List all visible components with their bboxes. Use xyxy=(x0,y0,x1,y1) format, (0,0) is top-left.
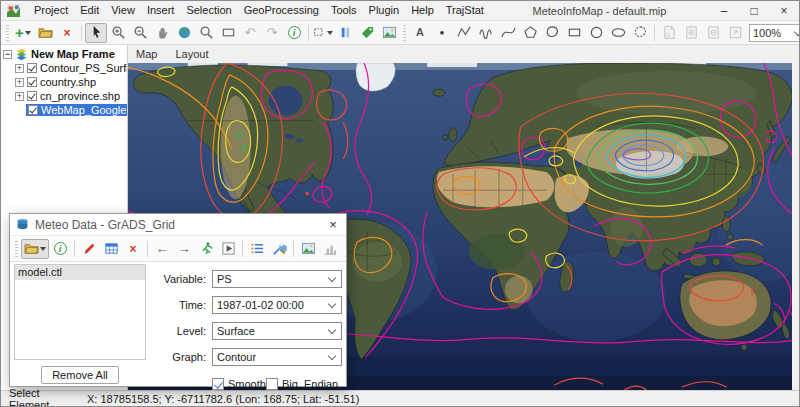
attribute-table-button[interactable] xyxy=(334,23,356,43)
polyline-draw-button[interactable] xyxy=(453,23,475,43)
point-draw-button[interactable]: ● xyxy=(431,23,453,43)
identify-button[interactable]: i xyxy=(283,23,305,43)
time-select[interactable]: 1987-01-02 00:00 xyxy=(212,296,342,314)
layer-checkbox[interactable] xyxy=(27,77,37,87)
layer-checkbox[interactable] xyxy=(27,91,37,101)
menu-trajstat[interactable]: TrajStat xyxy=(440,1,490,20)
circle-draw-button[interactable] xyxy=(585,23,607,43)
level-select[interactable]: Surface xyxy=(212,322,342,340)
maximize-button[interactable]: □ xyxy=(739,1,769,20)
doc-zoom-in-button-disabled[interactable] xyxy=(680,23,702,43)
smooth-option[interactable]: Smooth xyxy=(212,378,266,390)
settings-button[interactable] xyxy=(268,239,290,259)
expand-icon[interactable]: + xyxy=(15,64,24,73)
rectangle-draw-button[interactable] xyxy=(563,23,585,43)
close-button[interactable]: × xyxy=(769,1,799,20)
data-table-button[interactable] xyxy=(100,239,122,259)
doc-export-button-disabled[interactable] xyxy=(724,23,746,43)
graph-select[interactable]: Contour xyxy=(212,348,342,366)
image-map-button[interactable] xyxy=(378,23,400,43)
tree-layer-country[interactable]: + country.shp xyxy=(15,75,127,89)
chart-view-button-disabled[interactable] xyxy=(319,239,341,259)
layer-label[interactable]: country.shp xyxy=(40,76,96,88)
redo-zoom-button[interactable]: ↷ xyxy=(261,23,283,43)
full-extent-button[interactable] xyxy=(173,23,195,43)
status-coordinates: X: 18785158.5; Y: -6711782.6 (Lon: 168.7… xyxy=(87,393,359,405)
label-button[interactable] xyxy=(356,23,378,43)
minimize-button[interactable]: – xyxy=(709,1,739,20)
data-file-list[interactable]: model.ctl xyxy=(14,264,146,360)
menu-help[interactable]: Help xyxy=(405,1,440,20)
time-value: 1987-01-02 00:00 xyxy=(217,299,329,311)
extent-rectangle-button[interactable] xyxy=(217,23,239,43)
zoom-in-tool-button[interactable] xyxy=(107,23,129,43)
remove-all-button[interactable]: Remove All xyxy=(41,366,119,384)
remove-layers-button[interactable]: × xyxy=(56,23,78,43)
tab-layout[interactable]: Layout xyxy=(175,48,208,60)
big-endian-option[interactable]: Big_Endian xyxy=(266,378,338,390)
expand-icon[interactable]: + xyxy=(15,92,24,101)
freeform-polygon-button[interactable] xyxy=(541,23,563,43)
variable-select[interactable]: PS xyxy=(212,270,342,288)
menu-tools[interactable]: Tools xyxy=(325,1,363,20)
status-bar: Select Element X: 18785158.5; Y: -671178… xyxy=(1,390,799,406)
next-time-button[interactable]: → xyxy=(173,239,195,259)
draw-data-button[interactable] xyxy=(78,239,100,259)
tree-root-map-frame[interactable]: − New Map Frame xyxy=(3,47,127,61)
zoom-level-combobox[interactable]: 100% xyxy=(749,24,800,42)
previous-time-button[interactable]: ← xyxy=(151,239,173,259)
dialog-title-bar[interactable]: Meteo Data - GrADS_Grid × xyxy=(10,214,346,236)
menu-plugin[interactable]: Plugin xyxy=(363,1,406,20)
chevron-down-icon xyxy=(40,247,46,251)
menu-selection[interactable]: Selection xyxy=(180,1,237,20)
layer-checkbox[interactable] xyxy=(28,105,38,115)
animate-button[interactable] xyxy=(195,239,217,259)
doc-zoom-out-button-disabled[interactable] xyxy=(702,23,724,43)
play-animation-button[interactable] xyxy=(217,239,239,259)
sections-list-button[interactable] xyxy=(246,239,268,259)
tree-layer-contour[interactable]: + Contour_PS_Surface_19 xyxy=(15,61,127,75)
tab-map[interactable]: Map xyxy=(136,48,157,60)
menu-project[interactable]: Project xyxy=(28,1,74,20)
menu-edit[interactable]: Edit xyxy=(74,1,105,20)
menu-insert[interactable]: Insert xyxy=(141,1,181,20)
selected-layer-row[interactable]: WebMap_GoogleSatel xyxy=(26,104,128,116)
text-draw-button[interactable]: A xyxy=(409,23,431,43)
select-tool-button[interactable] xyxy=(85,23,107,43)
map-image-button[interactable] xyxy=(297,239,319,259)
big-endian-checkbox[interactable] xyxy=(266,378,278,390)
freehand-draw-button[interactable] xyxy=(475,23,497,43)
lasso-draw-button[interactable] xyxy=(629,23,651,43)
layer-label[interactable]: Contour_PS_Surface_19 xyxy=(40,62,127,74)
layer-checkbox[interactable] xyxy=(27,63,37,73)
undo-zoom-button[interactable]: ↶ xyxy=(239,23,261,43)
zoom-out-tool-button[interactable] xyxy=(129,23,151,43)
file-list-item[interactable]: model.ctl xyxy=(15,265,145,280)
dialog-close-button[interactable]: × xyxy=(320,214,346,235)
smooth-checkbox[interactable] xyxy=(212,378,224,390)
smooth-label: Smooth xyxy=(228,378,266,390)
tree-layer-webmap[interactable]: WebMap_GoogleSatel xyxy=(26,103,127,117)
pan-tool-button[interactable] xyxy=(151,23,173,43)
tools-icon xyxy=(272,241,287,256)
select-features-button[interactable] xyxy=(312,23,334,43)
layer-label[interactable]: cn_province.shp xyxy=(40,90,120,102)
data-info-button[interactable]: i xyxy=(49,239,71,259)
expand-icon[interactable]: + xyxy=(15,78,24,87)
polygon-draw-button[interactable] xyxy=(519,23,541,43)
layer-label[interactable]: WebMap_GoogleSatel xyxy=(41,104,128,116)
menu-geoprocessing[interactable]: GeoProcessing xyxy=(238,1,325,20)
circle-icon xyxy=(589,25,604,40)
report-button-disabled[interactable] xyxy=(658,23,680,43)
collapse-icon[interactable]: − xyxy=(3,50,12,59)
zoom-to-layer-button[interactable] xyxy=(195,23,217,43)
remove-data-button[interactable]: × xyxy=(122,239,144,259)
menu-view[interactable]: View xyxy=(105,1,141,20)
open-data-button[interactable] xyxy=(21,239,49,259)
ellipse-draw-button[interactable] xyxy=(607,23,629,43)
meteo-data-dialog: Meteo Data - GrADS_Grid × i xyxy=(9,213,347,387)
add-layer-button[interactable]: + xyxy=(12,23,34,43)
curve-draw-button[interactable] xyxy=(497,23,519,43)
open-project-button[interactable] xyxy=(34,23,56,43)
tree-layer-province[interactable]: + cn_province.shp xyxy=(15,89,127,103)
